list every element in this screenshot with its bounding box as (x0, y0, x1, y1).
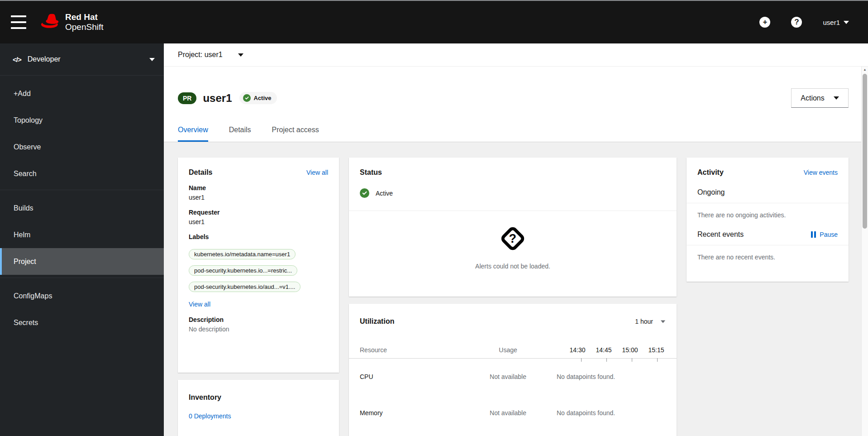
status-card: Status Active ? Alerts could not be load… (349, 158, 677, 297)
details-card-title: Details (189, 168, 212, 177)
deployments-link[interactable]: 0 Deployments (189, 412, 231, 420)
usage-value: Not available (459, 373, 557, 380)
requester-value: user1 (189, 218, 328, 225)
time-axis: 14:30 14:45 15:00 15:15 (557, 346, 666, 354)
inventory-card: Inventory 0 Deployments (178, 380, 339, 436)
labels-label: Labels (189, 233, 328, 240)
status-badge: Active (239, 92, 277, 104)
activity-card: Activity View events Ongoing There are n… (687, 158, 849, 282)
sidebar-item-add[interactable]: +Add (0, 80, 164, 107)
usage-column-header: Usage (459, 346, 557, 354)
sidebar-item-observe[interactable]: Observe (0, 134, 164, 160)
tab-details[interactable]: Details (229, 126, 251, 142)
chevron-down-icon (149, 58, 155, 61)
scrollbar-thumb[interactable] (863, 74, 867, 229)
activity-card-title: Activity (697, 168, 724, 177)
sidebar-item-project[interactable]: Project (0, 248, 164, 275)
sidebar-item-search[interactable]: Search (0, 160, 164, 187)
chevron-down-icon (238, 53, 243, 57)
duration-value: 1 hour (635, 318, 653, 325)
brand-line2: OpenShift (65, 22, 104, 32)
openshift-logo: Red Hat OpenShift (40, 12, 104, 32)
label-chip[interactable]: pod-security.kubernetes.io...=restric... (189, 265, 297, 276)
time-tick-label: 15:15 (647, 346, 666, 354)
actions-dropdown-button[interactable]: Actions (791, 88, 849, 108)
status-card-title: Status (360, 168, 666, 177)
resource-name: Memory (360, 409, 459, 417)
datapoints-message: No datapoints found. (557, 409, 666, 417)
check-circle-icon (360, 188, 369, 198)
details-view-all-link[interactable]: View all (306, 169, 328, 176)
vertical-scrollbar: ▲ (861, 67, 868, 436)
resource-name: CPU (360, 373, 459, 380)
page-title: user1 (203, 92, 232, 105)
description-value: No description (189, 326, 328, 333)
sidebar-item-topology[interactable]: Topology (0, 107, 164, 134)
datapoints-message: No datapoints found. (557, 373, 666, 380)
perspective-label: Developer (28, 55, 61, 63)
ongoing-empty-message: There are no ongoing activities. (687, 203, 849, 219)
requester-label: Requester (189, 209, 328, 216)
username: user1 (823, 19, 840, 26)
nav-toggle-hamburger-icon[interactable] (11, 15, 26, 29)
scrollbar-up-arrow-icon[interactable]: ▲ (862, 68, 868, 71)
pause-label: Pause (820, 231, 838, 238)
actions-label: Actions (801, 94, 824, 102)
inventory-card-title: Inventory (189, 393, 328, 402)
name-label: Name (189, 184, 328, 192)
main-content: Project: user1 PR user1 Active Actions O… (164, 43, 868, 436)
add-plus-circle-icon[interactable]: + (759, 17, 770, 28)
tab-bar: Overview Details Project access (178, 126, 849, 142)
masthead: Red Hat OpenShift + ? user1 (0, 1, 868, 43)
details-card: Details View all Name user1 Requester us… (178, 158, 339, 373)
project-kind-badge: PR (178, 92, 196, 104)
time-tick-label: 14:30 (568, 346, 587, 354)
description-label: Description (189, 316, 328, 323)
sidebar-item-secrets[interactable]: Secrets (0, 309, 164, 336)
labels-view-all-link[interactable]: View all (189, 301, 210, 308)
ongoing-heading: Ongoing (687, 188, 849, 196)
sidebar-item-helm[interactable]: Helm (0, 221, 164, 248)
check-circle-icon (243, 94, 251, 102)
label-chip[interactable]: pod-security.kubernetes.io/aud...=v1.... (189, 282, 300, 292)
recent-events-heading: Recent events (697, 230, 744, 239)
sidebar-item-configmaps[interactable]: ConfigMaps (0, 283, 164, 309)
sidebar-item-builds[interactable]: Builds (0, 195, 164, 221)
alerts-message: Alerts could not be loaded. (349, 263, 677, 270)
resource-column-header: Resource (360, 346, 459, 354)
brand-line1: Red Hat (65, 12, 104, 22)
unknown-icon: ? (499, 225, 526, 252)
time-tick-label: 15:00 (620, 346, 639, 354)
status-active-label: Active (376, 190, 393, 197)
utilization-card: Utilization 1 hour Resource Usage 14:30 … (349, 304, 677, 436)
help-question-circle-icon[interactable]: ? (791, 17, 802, 28)
project-selector[interactable]: Project: user1 (164, 43, 868, 67)
axis-divider (349, 358, 677, 359)
page-header: PR user1 Active Actions Overview Details… (164, 67, 868, 142)
utilization-card-title: Utilization (360, 317, 394, 326)
status-badge-label: Active (254, 95, 272, 101)
utilization-row-memory: Memory Not available No datapoints found… (360, 409, 666, 417)
view-events-link[interactable]: View events (804, 169, 838, 176)
chevron-down-icon (834, 96, 839, 100)
label-chip[interactable]: kubernetes.io/metadata.name=user1 (189, 249, 296, 259)
duration-dropdown[interactable]: 1 hour (635, 318, 666, 325)
recent-empty-message: There are no recent events. (687, 245, 849, 261)
code-icon: </> (13, 56, 21, 63)
name-value: user1 (189, 194, 328, 201)
time-tick-label: 14:45 (594, 346, 613, 354)
pause-button[interactable]: Pause (811, 231, 838, 238)
project-selector-label: Project: user1 (178, 51, 223, 59)
utilization-row-cpu: CPU Not available No datapoints found. (360, 373, 666, 380)
pause-icon (811, 231, 816, 238)
chevron-down-icon (844, 21, 849, 24)
redhat-hat-icon (40, 13, 61, 31)
user-menu[interactable]: user1 (823, 19, 849, 26)
chevron-down-icon (661, 320, 665, 323)
sidebar-nav: </> Developer +Add Topology Observe Sear… (0, 43, 164, 436)
usage-value: Not available (459, 409, 557, 417)
tab-project-access[interactable]: Project access (272, 126, 319, 142)
perspective-switcher[interactable]: </> Developer (0, 43, 164, 76)
tab-overview[interactable]: Overview (178, 126, 208, 142)
